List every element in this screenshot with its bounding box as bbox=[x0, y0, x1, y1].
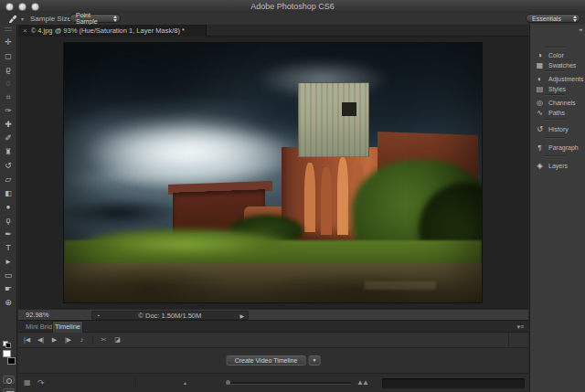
move-tool[interactable]: ✛ bbox=[0, 36, 16, 49]
background-color-swatch[interactable] bbox=[7, 357, 16, 365]
audio-mute-button[interactable]: ♪ bbox=[75, 333, 89, 347]
panel-button-paragraph[interactable]: ¶ Paragraph bbox=[530, 143, 585, 153]
hand-tool[interactable]: ☛ bbox=[0, 282, 16, 296]
transition-button[interactable]: ◪ bbox=[111, 333, 124, 347]
blur-tool[interactable]: ● bbox=[0, 200, 16, 214]
screen-mode-button[interactable] bbox=[3, 388, 15, 392]
split-at-playhead-button[interactable]: ✂ bbox=[97, 333, 111, 347]
swatches-panel-icon: ▦ bbox=[535, 61, 545, 69]
panel-label: Paragraph bbox=[548, 144, 579, 151]
chevron-down-icon[interactable]: ▾ bbox=[21, 16, 24, 22]
panel-label: Paths bbox=[548, 110, 565, 116]
canvas-pasteboard[interactable] bbox=[18, 37, 528, 309]
timeline-tab-bar: Mini Bridge Timeline ▾≡ bbox=[18, 321, 528, 333]
timeline-scrollbar-track[interactable] bbox=[382, 378, 525, 388]
dodge-tool[interactable]: ϙ bbox=[0, 214, 16, 228]
timeline-zoom-out-icon[interactable]: ▴ bbox=[184, 374, 186, 392]
paths-panel-icon: ∿ bbox=[535, 109, 545, 117]
frame-animation-icon[interactable]: ▦ bbox=[24, 374, 31, 392]
tools-panel: ✛ ▢ ϱ ◌ ⌗ ✑ ✚ ✐ ♜ ↺ ▱ ◧ ● ϙ ✒ T ► ▭ ☛ ⊕ bbox=[0, 25, 17, 392]
tab-timeline[interactable]: Timeline bbox=[52, 321, 83, 333]
color-panel-icon: ◑ bbox=[535, 51, 545, 59]
brush-tool[interactable]: ✐ bbox=[0, 132, 16, 145]
eyedropper-tool-preset-icon[interactable] bbox=[6, 14, 19, 24]
panel-label: Swatches bbox=[548, 62, 576, 69]
path-selection-tool[interactable]: ► bbox=[0, 255, 16, 269]
close-tab-icon[interactable]: × bbox=[23, 25, 27, 37]
quick-selection-tool[interactable]: ◌ bbox=[0, 77, 16, 90]
slider-thumb[interactable] bbox=[226, 380, 230, 385]
rectangle-tool[interactable]: ▭ bbox=[0, 269, 16, 282]
document-canvas-image[interactable] bbox=[64, 43, 482, 302]
lasso-tool[interactable]: ϱ bbox=[0, 63, 16, 77]
expand-panels-icon[interactable]: ◂◂ bbox=[579, 26, 581, 32]
document-tab[interactable]: × © 4.jpg @ 93% (Hue/Saturation 1, Layer… bbox=[18, 25, 207, 37]
dock-group-separator bbox=[545, 70, 565, 72]
document-info-field[interactable]: ◔ © Doc: 1.50M/1.50M ▶ bbox=[91, 311, 249, 320]
panel-button-paths[interactable]: ∿ Paths bbox=[530, 108, 585, 118]
timeline-transport-controls: |◀ ◀| ▶ |▶ ♪ ✂ ◪ bbox=[18, 333, 528, 348]
history-panel-icon: ↺ bbox=[535, 125, 545, 133]
divider bbox=[508, 333, 509, 348]
panel-label: Layers bbox=[548, 163, 568, 169]
create-video-timeline-dropdown[interactable]: ▼ bbox=[308, 355, 320, 366]
dock-group-separator bbox=[545, 155, 565, 157]
panel-label: Adjustments bbox=[548, 76, 584, 82]
panel-label: Color bbox=[548, 52, 564, 58]
spot-healing-brush-tool[interactable]: ✚ bbox=[0, 118, 16, 132]
timeline-zoom-in-icon[interactable]: ▲▲ bbox=[356, 374, 367, 392]
crop-tool[interactable]: ⌗ bbox=[0, 90, 16, 104]
sample-size-label: Sample Size: bbox=[30, 13, 73, 25]
document-size-text: © Doc: 1.50M/1.50M bbox=[100, 312, 239, 320]
adjustments-panel-icon: ◐ bbox=[535, 75, 545, 83]
status-bar: 92.98% ◔ © Doc: 1.50M/1.50M ▶ bbox=[18, 309, 528, 321]
pen-tool[interactable]: ✒ bbox=[0, 228, 16, 241]
tools-panel-grip[interactable] bbox=[5, 27, 12, 31]
next-frame-button[interactable]: |▶ bbox=[61, 333, 75, 347]
panel-button-color[interactable]: ◑ Color bbox=[530, 50, 585, 60]
photoshop-window: Adobe Photoshop CS6 ▾ Sample Size: Point… bbox=[0, 0, 585, 392]
panel-button-adjustments[interactable]: ◐ Adjustments bbox=[530, 74, 585, 84]
panel-button-channels[interactable]: ◎ Channels bbox=[530, 98, 585, 108]
quick-mask-icon bbox=[6, 378, 12, 384]
document-tab-bar: × © 4.jpg @ 93% (Hue/Saturation 1, Layer… bbox=[18, 25, 528, 37]
create-video-timeline-button[interactable]: Create Video Timeline bbox=[227, 355, 306, 366]
type-tool[interactable]: T bbox=[0, 241, 16, 255]
panel-button-history[interactable]: ↺ History bbox=[530, 124, 585, 134]
sample-size-select[interactable]: Point Sample bbox=[69, 14, 121, 23]
go-to-first-frame-button[interactable]: |◀ bbox=[20, 333, 34, 347]
options-bar: ▾ Sample Size: Point Sample Essentials bbox=[0, 13, 585, 26]
dock-group-separator bbox=[545, 137, 565, 139]
document-tab-title: © 4.jpg @ 93% (Hue/Saturation 1, Layer M… bbox=[31, 26, 185, 35]
panel-label: Channels bbox=[548, 100, 576, 106]
quick-mask-button[interactable] bbox=[3, 376, 15, 384]
play-button[interactable]: ▶ bbox=[48, 333, 61, 347]
gradient-tool[interactable]: ◧ bbox=[0, 186, 16, 200]
history-brush-tool[interactable]: ↺ bbox=[0, 159, 16, 173]
panel-menu-icon[interactable]: ▾≡ bbox=[516, 321, 524, 333]
render-video-icon[interactable]: ↷ bbox=[37, 374, 45, 392]
dock-group-separator bbox=[545, 119, 565, 121]
rectangular-marquee-tool[interactable]: ▢ bbox=[0, 49, 16, 63]
divider bbox=[135, 377, 136, 388]
vignette bbox=[64, 43, 482, 302]
foreground-color-swatch[interactable] bbox=[3, 350, 11, 357]
panel-label: Styles bbox=[548, 86, 566, 92]
select-stepper-icon bbox=[113, 16, 117, 22]
timeline-bottom-bar: ▦ ↷ ▴ ▲▲ bbox=[18, 373, 528, 392]
workspace-select[interactable]: Essentials bbox=[526, 14, 580, 23]
timeline-panel: Mini Bridge Timeline ▾≡ |◀ ◀| ▶ |▶ ♪ ✂ ◪… bbox=[18, 321, 528, 392]
default-colors-icon[interactable] bbox=[3, 341, 9, 346]
panel-button-swatches[interactable]: ▦ Swatches bbox=[530, 60, 585, 70]
timeline-zoom-slider[interactable] bbox=[227, 382, 351, 385]
clone-stamp-tool[interactable]: ♜ bbox=[0, 145, 16, 159]
eraser-tool[interactable]: ▱ bbox=[0, 173, 16, 186]
zoom-level-field[interactable]: 92.98% bbox=[26, 310, 48, 321]
eyedropper-tool[interactable]: ✑ bbox=[0, 104, 16, 118]
panel-button-layers[interactable]: ◈ Layers bbox=[530, 161, 585, 171]
color-swatches bbox=[2, 349, 16, 366]
previous-frame-button[interactable]: ◀| bbox=[34, 333, 48, 347]
status-flyout-icon[interactable]: ▶ bbox=[239, 313, 244, 319]
panel-button-styles[interactable]: ▤ Styles bbox=[530, 84, 585, 94]
zoom-tool[interactable]: ⊕ bbox=[0, 296, 16, 310]
